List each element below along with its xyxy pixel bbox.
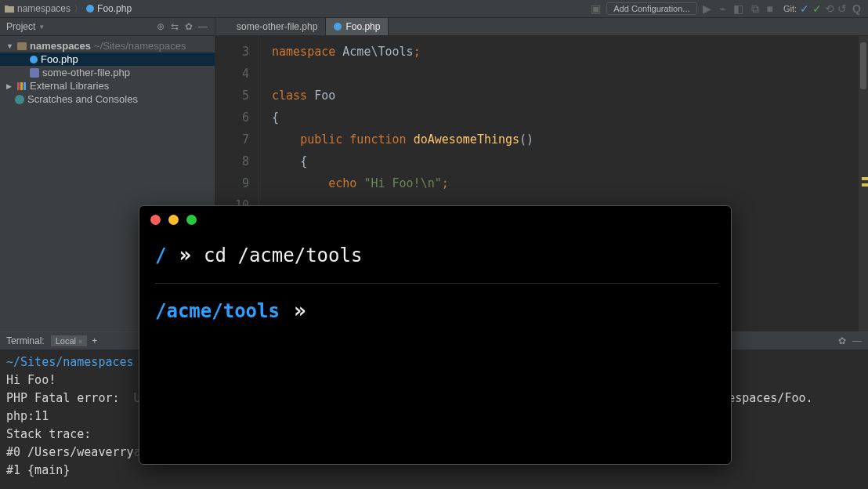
overlay-terminal-window[interactable]: / » cd /acme/tools /acme/tools » [139, 205, 732, 465]
top-navbar: namespaces 〉 Foo.php ▣ Add Configuration… [0, 0, 868, 18]
overlay-prompt-dir: /acme/tools [155, 296, 280, 326]
breadcrumb-root[interactable]: namespaces [17, 3, 71, 14]
prompt-chevron-icon: » [294, 295, 306, 328]
tree-file-label: some-other-file.php [42, 67, 130, 78]
scratches-label: Scratches and Consoles [27, 93, 138, 105]
tree-file-foo[interactable]: Foo.php [0, 53, 215, 66]
tab-some-other-file[interactable]: some-other-file.php [215, 18, 326, 35]
search-icon[interactable]: Q [850, 2, 863, 16]
overlay-command: cd /acme/tools [204, 241, 362, 270]
chevron-right-icon: 〉 [74, 2, 83, 16]
run-icon[interactable]: ▶ [700, 2, 714, 16]
arrow-right-icon: ▶ [6, 82, 14, 90]
folder-icon [17, 42, 27, 50]
overlay-titlebar[interactable] [139, 206, 731, 233]
stop-icon[interactable]: ■ [765, 2, 776, 16]
project-header-label[interactable]: Project [6, 21, 35, 32]
terminal-title: Terminal: [6, 335, 45, 346]
tree-file-other[interactable]: some-other-file.php [0, 66, 215, 79]
editor-tabs: some-other-file.php Foo.php [215, 18, 868, 36]
device-icon[interactable]: ▣ [588, 2, 603, 16]
folder-icon [5, 5, 14, 13]
prompt-chevron-icon: » [179, 239, 191, 272]
svg-rect-0 [17, 82, 20, 90]
project-header: Project ▼ ⊕ ⇆ ✿ — [0, 18, 215, 36]
scrollbar-thumb[interactable] [860, 42, 866, 89]
library-icon [17, 82, 27, 90]
arrow-down-icon: ▼ [6, 42, 14, 50]
php-class-icon [30, 56, 38, 63]
git-history-icon[interactable]: ⟲ [825, 2, 834, 15]
tree-root-name: namespaces [30, 40, 91, 52]
tree-file-label: Foo.php [41, 53, 78, 65]
terminal-line: Stack trace: [6, 427, 91, 441]
terminal-new-tab[interactable]: + [92, 335, 97, 346]
terminal-line: #0 /Users/weaverry [6, 445, 134, 459]
project-tree[interactable]: ▼ namespaces ~/Sites/namespaces Foo.php … [0, 36, 215, 109]
dropdown-icon[interactable]: ▼ [38, 24, 45, 31]
php-class-icon [86, 5, 94, 13]
window-close-icon[interactable] [150, 215, 161, 225]
git-pull-icon[interactable]: ✓ [800, 2, 809, 15]
svg-rect-1 [20, 82, 23, 90]
git-commit-icon[interactable]: ✓ [812, 2, 822, 15]
expand-all-icon[interactable]: ⇆ [169, 21, 180, 32]
tab-foo[interactable]: Foo.php [326, 18, 389, 35]
php-class-icon [334, 23, 342, 31]
hide-icon[interactable]: — [197, 21, 208, 32]
overlay-line-1: / » cd /acme/tools [155, 239, 718, 284]
window-minimize-icon[interactable] [168, 215, 179, 225]
add-configuration-button[interactable]: Add Configuration... [606, 2, 696, 15]
terminal-line: Hi Foo! [6, 373, 56, 387]
external-lib-label: External Libraries [30, 80, 109, 92]
scratches-icon [15, 95, 24, 104]
tree-scratches[interactable]: Scratches and Consoles [0, 92, 215, 106]
gear-icon[interactable]: ✿ [183, 21, 194, 32]
overlay-prompt-dir: / [155, 241, 166, 270]
warning-marker[interactable] [862, 177, 868, 180]
git-revert-icon[interactable]: ↺ [837, 2, 847, 15]
tab-label: Foo.php [345, 21, 380, 32]
warning-marker[interactable] [862, 183, 868, 187]
overlay-line-2: /acme/tools » [155, 295, 718, 328]
breadcrumb-file[interactable]: Foo.php [86, 3, 132, 14]
php-file-icon [30, 68, 39, 78]
terminal-settings-icon[interactable]: ✿ [838, 335, 846, 346]
editor-scrollbar[interactable] [859, 36, 868, 331]
terminal-line: #1 {main} [6, 463, 70, 477]
tree-external-libraries[interactable]: ▶ External Libraries [0, 79, 215, 92]
breadcrumb-file-label: Foo.php [97, 3, 132, 14]
select-opened-file-icon[interactable]: ⊕ [155, 21, 166, 32]
tab-label: some-other-file.php [237, 21, 317, 32]
debug-icon[interactable]: ⌁ [717, 2, 728, 16]
tree-root[interactable]: ▼ namespaces ~/Sites/namespaces [0, 39, 215, 53]
svg-rect-2 [24, 82, 26, 90]
profile-icon[interactable]: ⧉ [749, 2, 761, 16]
coverage-icon[interactable]: ◧ [731, 2, 746, 16]
terminal-prompt-dir: ~/Sites/namespaces [6, 355, 134, 369]
terminal-hide-icon[interactable]: — [852, 335, 862, 346]
terminal-line: php:11 [6, 409, 49, 423]
tree-root-path: ~/Sites/namespaces [94, 40, 186, 52]
terminal-tab-local[interactable]: Local × [51, 335, 88, 346]
git-label: Git: [783, 4, 797, 13]
window-zoom-icon[interactable] [186, 215, 197, 225]
terminal-line: PHP Fatal error: [6, 391, 134, 405]
php-file-icon [223, 22, 233, 31]
overlay-terminal-body[interactable]: / » cd /acme/tools /acme/tools » [139, 233, 731, 464]
